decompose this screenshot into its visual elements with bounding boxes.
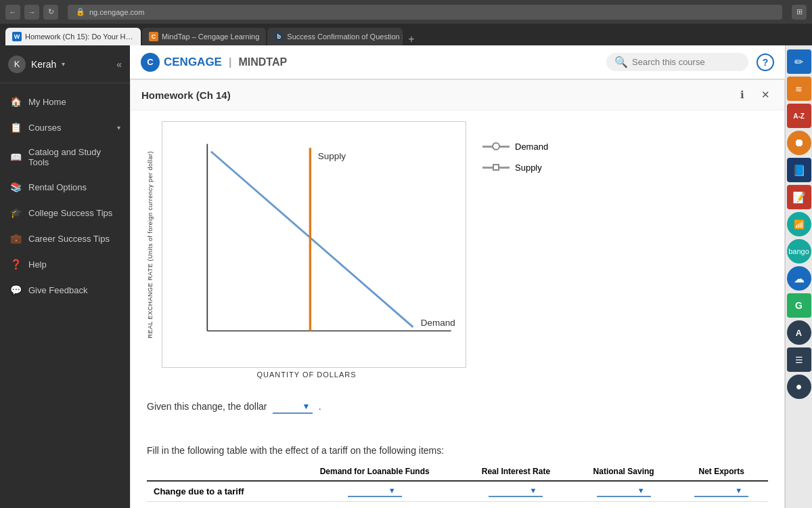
sidebar-label-catalog: Catalog and Study Tools: [28, 147, 120, 167]
col-header-2: Real Interest Rate: [459, 463, 572, 481]
url-bar[interactable]: ng.cengage.com: [89, 8, 144, 16]
cengage-logo: C CENGAGE | MINDTAP: [141, 53, 287, 72]
effect-table: Demand for Loanable Funds Real Interest …: [147, 463, 768, 502]
table-row: Change due to a tariff ▼: [147, 481, 768, 502]
help-icon: ❓: [9, 258, 22, 270]
svg-line-2: [211, 152, 413, 327]
homework-title: Homework (Ch 14): [141, 89, 734, 101]
interest-dropdown-arrow: ▼: [529, 486, 537, 494]
user-menu[interactable]: K Kerah ▾: [8, 56, 65, 73]
feedback-icon: 💬: [9, 284, 22, 296]
cell-exports: ▼: [675, 481, 768, 502]
sidebar-item-courses[interactable]: 📋 Courses ▾: [0, 114, 130, 140]
logo-cengage-text: CENGAGE: [164, 56, 222, 69]
exports-dropdown-arrow: ▼: [735, 486, 742, 494]
content-panel: Homework (Ch 14) ℹ ✕ REAL EXCHANGE RATE …: [130, 79, 785, 508]
catalog-icon: 📖: [9, 151, 22, 163]
sidebar-label-college: College Success Tips: [28, 208, 112, 218]
bango-icon[interactable]: bango: [787, 239, 811, 263]
question1-text-after: .: [319, 401, 321, 412]
az-icon[interactable]: A-Z: [787, 104, 811, 128]
collapse-sidebar-btn[interactable]: «: [116, 59, 122, 70]
right-sidebar: ✏ ≋ A-Z ⏺ 📘 📝 📶 bango ☁ G A ☰ ●: [785, 45, 812, 508]
search-icon: 🔍: [614, 56, 628, 68]
sidebar-label-help: Help: [28, 259, 47, 270]
tab-3[interactable]: b Success Confirmation of Question Submi…: [267, 28, 403, 45]
rss-icon[interactable]: ≋: [787, 77, 811, 101]
search-bar[interactable]: 🔍: [606, 53, 748, 71]
sidebar-item-help[interactable]: ❓ Help: [0, 251, 130, 277]
logo-mindtap-text: MINDTAP: [238, 56, 287, 68]
sidebar-label-feedback: Give Feedback: [28, 285, 87, 295]
saving-dropdown[interactable]: ▼: [597, 486, 651, 497]
extensions-btn[interactable]: ⊞: [792, 5, 807, 20]
sidebar-item-feedback[interactable]: 💬 Give Feedback: [0, 277, 130, 303]
username: Kerah: [31, 59, 56, 70]
homework-panel: Homework (Ch 14) ℹ ✕ REAL EXCHANGE RATE …: [130, 79, 785, 508]
cell-saving: ▼: [572, 481, 675, 502]
sidebar-nav: 🏠 My Home 📋 Courses ▾ 📖 Catalog and Stud…: [0, 83, 130, 508]
browser-chrome: ← → ↻ 🔒 ng.cengage.com ⊞: [0, 0, 812, 24]
demand-dropdown[interactable]: ▼: [348, 486, 402, 497]
legend-demand: Demand: [482, 142, 548, 152]
chart-wrapper: Demand Supply: [162, 121, 466, 368]
wifi-icon[interactable]: 📶: [787, 212, 811, 236]
close-btn[interactable]: ✕: [757, 87, 773, 103]
sidebar-label-courses: Courses: [28, 123, 61, 133]
cell-interest: ▼: [459, 481, 572, 502]
cloud-icon[interactable]: ☁: [787, 266, 811, 291]
legend-supply-label: Supply: [515, 163, 542, 173]
list-icon[interactable]: ☰: [787, 347, 811, 372]
tab-1[interactable]: W Homework (Ch 15): Do Your Homework: Ch…: [5, 28, 141, 45]
sidebar-label-myhome: My Home: [28, 97, 66, 107]
help-circle-btn[interactable]: ?: [757, 54, 774, 71]
back-btn[interactable]: ←: [5, 5, 20, 20]
question1-area: Given this change, the dollar ▼ .: [131, 389, 784, 425]
top-navbar: C CENGAGE | MINDTAP 🔍 ?: [130, 45, 785, 79]
refresh-btn[interactable]: ↻: [43, 5, 58, 20]
chart-section: REAL EXCHANGE RATE (Units of foreign cur…: [131, 110, 784, 389]
book-icon[interactable]: 📘: [787, 158, 811, 182]
a-special-icon[interactable]: A: [787, 320, 811, 345]
sidebar-item-rental[interactable]: 📚 Rental Options: [0, 174, 130, 200]
main-content: C CENGAGE | MINDTAP 🔍 ? Homework (Ch 14)…: [130, 45, 785, 508]
homework-header: Homework (Ch 14) ℹ ✕: [131, 80, 784, 110]
tab-bar: W Homework (Ch 15): Do Your Homework: Ch…: [0, 24, 812, 45]
notes-icon[interactable]: 📝: [787, 185, 811, 209]
sidebar-item-college-success[interactable]: 🎓 College Success Tips: [0, 200, 130, 226]
chart-svg: Demand Supply: [169, 129, 459, 358]
college-icon: 🎓: [9, 207, 22, 219]
career-icon: 💼: [9, 232, 22, 245]
question2-area: Fill in the following table with the eff…: [131, 425, 784, 508]
row-label: Change due to a tariff: [147, 481, 290, 502]
sidebar: K Kerah ▾ « 🏠 My Home 📋 Courses ▾ 📖 Cata…: [0, 45, 130, 508]
interest-dropdown[interactable]: ▼: [489, 486, 543, 497]
col-header-4: Net Exports: [675, 463, 768, 481]
search-input[interactable]: [632, 57, 740, 67]
sidebar-item-myhome[interactable]: 🏠 My Home: [0, 89, 130, 114]
sidebar-item-career-success[interactable]: 💼 Career Success Tips: [0, 226, 130, 251]
pencil-icon[interactable]: ✏: [787, 49, 811, 74]
sidebar-item-catalog[interactable]: 📖 Catalog and Study Tools: [0, 140, 130, 174]
logo-separator: |: [229, 56, 231, 68]
forward-btn[interactable]: →: [24, 5, 39, 20]
user-chevron: ▾: [62, 60, 65, 68]
google-icon[interactable]: G: [787, 293, 811, 318]
header-icons: ℹ ✕: [734, 87, 773, 103]
saving-dropdown-arrow: ▼: [637, 486, 645, 494]
col-header-1: Demand for Loanable Funds: [290, 463, 459, 481]
info-btn[interactable]: ℹ: [734, 87, 750, 103]
legend-supply: Supply: [482, 163, 548, 173]
question1-dropdown[interactable]: ▼: [273, 400, 313, 414]
question2-text: Fill in the following table with the eff…: [147, 445, 768, 456]
exports-dropdown[interactable]: ▼: [694, 486, 748, 497]
record-icon[interactable]: ⏺: [787, 131, 811, 155]
home-icon: 🏠: [9, 96, 22, 108]
circle-icon[interactable]: ●: [787, 375, 811, 399]
y-axis-label: REAL EXCHANGE RATE (Units of foreign cur…: [147, 151, 156, 339]
logo-icon: C: [141, 53, 160, 72]
tab-2[interactable]: C MindTap – Cengage Learning: [142, 28, 266, 45]
new-tab-btn[interactable]: +: [408, 33, 414, 45]
demand-label: Demand: [421, 318, 455, 328]
legend-demand-label: Demand: [515, 142, 548, 152]
